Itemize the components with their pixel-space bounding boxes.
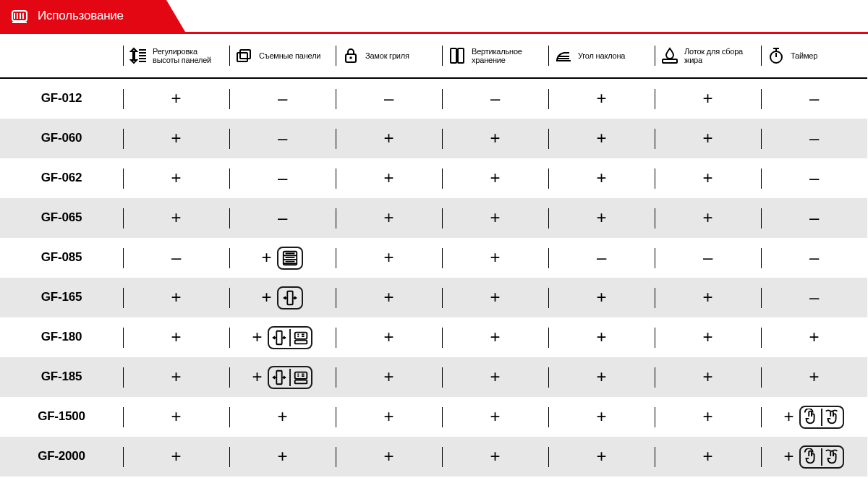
column-header-remov: Съемные панели <box>229 34 336 77</box>
data-cell: + <box>442 198 548 238</box>
swap <box>271 329 288 346</box>
cell-value: + <box>252 367 263 386</box>
data-cell: + <box>442 119 548 158</box>
comparison-table: Регулировка высоты панелей Съемные панел… <box>0 34 868 477</box>
cell-value: – <box>809 89 819 108</box>
data-cell: – <box>655 238 761 278</box>
cell-value: + <box>384 407 394 426</box>
cell-value: + <box>809 328 820 346</box>
cell-value: + <box>490 328 501 346</box>
data-cell: – <box>229 158 336 198</box>
column-header-tilt: Угол наклона <box>548 34 655 77</box>
data-cell: + <box>229 317 336 357</box>
cell-value: – <box>278 168 287 187</box>
cell-value: + <box>252 328 263 346</box>
height-adjust-icon <box>129 46 148 65</box>
cell-value: + <box>809 367 820 386</box>
data-cell: + <box>123 397 229 437</box>
data-cell: + <box>442 437 548 477</box>
data-cell: + <box>229 437 336 477</box>
data-cell: + <box>548 357 655 397</box>
cell-value: + <box>384 208 394 227</box>
cell-value: + <box>262 248 272 267</box>
model-cell: GF-065 <box>0 198 123 238</box>
data-cell: + <box>229 397 336 437</box>
cell-value: – <box>703 248 712 267</box>
cell-value: + <box>490 168 501 187</box>
feature-badge <box>277 247 303 270</box>
cell-value: – <box>809 248 819 267</box>
model-cell: GF-060 <box>0 119 123 158</box>
model-cell: GF-1500 <box>0 397 123 437</box>
data-cell: + <box>761 397 867 437</box>
cell-value: + <box>171 407 182 426</box>
data-cell: + <box>336 198 442 238</box>
column-header-lock: Замок гриля <box>336 34 442 77</box>
cell-value: + <box>597 407 607 426</box>
cell-value: + <box>171 129 182 148</box>
swipe <box>824 409 841 426</box>
section-title: Использование <box>38 9 124 23</box>
cell-value: + <box>171 288 182 307</box>
feature-badge <box>268 366 312 389</box>
cell-value: + <box>703 168 713 187</box>
cell-value: – <box>278 129 287 148</box>
cell-value: + <box>597 447 607 466</box>
data-cell: + <box>336 238 442 278</box>
cell-value: + <box>171 89 182 108</box>
cell-value: + <box>384 168 394 187</box>
cell-value: + <box>490 367 501 386</box>
data-cell: + <box>229 357 336 397</box>
swap <box>271 369 288 386</box>
data-cell: + <box>123 317 229 357</box>
data-cell: + <box>655 397 761 437</box>
data-cell: – <box>442 79 548 119</box>
data-cell: + <box>761 357 867 397</box>
model-name: GF-060 <box>41 132 82 145</box>
cell-value: + <box>703 129 713 148</box>
data-cell: – <box>761 158 867 198</box>
data-cell: + <box>336 278 442 317</box>
column-label: Угол наклона <box>578 51 625 60</box>
grill-lock-icon <box>341 46 360 65</box>
cell-value: + <box>597 328 607 346</box>
column-header-timer: Таймер <box>761 34 867 77</box>
tilt-angle-icon <box>554 46 573 65</box>
data-cell: + <box>761 437 867 477</box>
data-cell: + <box>336 317 442 357</box>
data-cell: + <box>123 119 229 158</box>
data-cell: + <box>123 437 229 477</box>
feature-badge <box>268 326 312 349</box>
data-cell: + <box>442 158 548 198</box>
cell-value: + <box>278 407 288 426</box>
data-cell: + <box>548 278 655 317</box>
cell-value: + <box>703 447 713 466</box>
model-name: GF-085 <box>41 251 82 265</box>
cell-value: + <box>490 248 501 267</box>
model-cell: GF-012 <box>0 79 123 119</box>
data-cell: – <box>761 238 867 278</box>
cell-value: + <box>490 288 501 307</box>
data-cell: + <box>442 238 548 278</box>
cell-value: – <box>809 168 819 187</box>
cell-value: + <box>171 328 182 346</box>
cell-value: + <box>384 447 394 466</box>
data-cell: + <box>548 397 655 437</box>
section-banner: Использование <box>0 0 166 32</box>
data-cell: + <box>548 198 655 238</box>
cell-value: + <box>490 407 501 426</box>
cell-value: + <box>278 447 288 466</box>
model-name: GF-062 <box>41 171 82 185</box>
feature-badge <box>277 286 303 309</box>
data-cell: + <box>123 158 229 198</box>
cell-value: + <box>490 447 501 466</box>
cell-value: + <box>171 208 182 227</box>
feature-badge <box>799 406 844 429</box>
column-label: Таймер <box>791 51 817 60</box>
data-cell: + <box>442 397 548 437</box>
data-cell: + <box>123 357 229 397</box>
model-cell: GF-2000 <box>0 437 123 477</box>
cell-value: + <box>703 407 713 426</box>
data-cell: – <box>761 278 867 317</box>
data-cell: + <box>123 198 229 238</box>
